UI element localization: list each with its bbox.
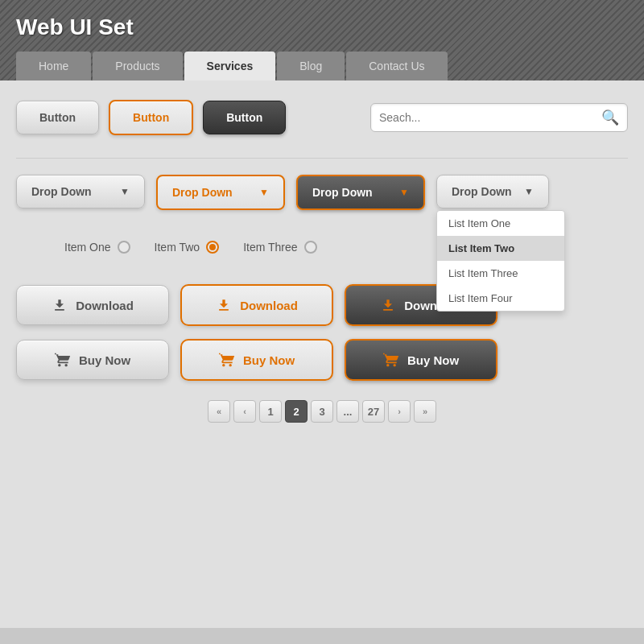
chevron-down-icon-3: ▼ bbox=[399, 187, 409, 198]
chevron-down-icon-4: ▼ bbox=[524, 186, 534, 197]
dropdown-orange[interactable]: Drop Down ▼ bbox=[156, 175, 285, 210]
nav-item-services[interactable]: Services bbox=[184, 52, 276, 80]
section-pagination: « ‹ 1 2 3 ... 27 › » bbox=[16, 400, 628, 423]
button-default[interactable]: Button bbox=[16, 101, 99, 134]
main-content: Button Button Button 🔍 Drop Down ▼ Drop … bbox=[0, 80, 644, 628]
buy-button-dark[interactable]: Buy Now bbox=[345, 339, 497, 381]
cart-icon-orange bbox=[219, 352, 235, 368]
pagination-prev[interactable]: ‹ bbox=[233, 400, 256, 423]
header: Web UI Set Home Products Services Blog C… bbox=[0, 0, 644, 80]
pagination-next[interactable]: › bbox=[388, 400, 411, 423]
pagination-page-27[interactable]: 27 bbox=[362, 400, 385, 423]
radio-label-one: Item One bbox=[64, 241, 111, 254]
download-label-orange: Download bbox=[240, 299, 298, 312]
button-dark[interactable]: Button bbox=[203, 101, 286, 134]
section-buy: Buy Now Buy Now Buy Now bbox=[16, 339, 628, 381]
pagination-page-2[interactable]: 2 bbox=[285, 400, 308, 423]
dropdown-menu-item-4[interactable]: List Item Four bbox=[437, 286, 564, 311]
download-label-default: Download bbox=[76, 299, 134, 312]
pagination-page-1[interactable]: 1 bbox=[259, 400, 282, 423]
nav-item-home[interactable]: Home bbox=[16, 52, 91, 80]
chevron-down-icon: ▼ bbox=[120, 186, 130, 197]
nav-item-blog[interactable]: Blog bbox=[277, 52, 345, 80]
search-input[interactable] bbox=[379, 111, 601, 124]
page-title: Web UI Set bbox=[16, 14, 628, 40]
pagination-last[interactable]: » bbox=[414, 400, 436, 423]
cart-icon-dark bbox=[383, 352, 399, 368]
dropdown-default-label: Drop Down bbox=[31, 185, 92, 198]
radio-item-two[interactable]: Item Two bbox=[155, 241, 220, 254]
radio-circle-two bbox=[206, 241, 219, 254]
search-container: 🔍 bbox=[370, 103, 628, 132]
dropdown-menu-item-3[interactable]: List Item Three bbox=[437, 261, 564, 286]
dropdown-plain-label: Drop Down bbox=[452, 185, 512, 198]
download-button-orange[interactable]: Download bbox=[180, 284, 333, 326]
buy-button-orange[interactable]: Buy Now bbox=[180, 339, 333, 381]
buy-label-default: Buy Now bbox=[79, 353, 130, 367]
pagination-first[interactable]: « bbox=[208, 400, 230, 423]
buy-label-dark: Buy Now bbox=[407, 353, 459, 367]
dropdown-dark[interactable]: Drop Down ▼ bbox=[296, 175, 425, 210]
radio-label-three: Item Three bbox=[243, 241, 297, 254]
chevron-down-icon-2: ▼ bbox=[259, 187, 269, 198]
button-orange[interactable]: Button bbox=[109, 100, 193, 135]
radio-label-two: Item Two bbox=[155, 241, 200, 254]
pagination-ellipsis: ... bbox=[336, 400, 359, 423]
pagination-page-3[interactable]: 3 bbox=[311, 400, 333, 423]
download-icon-default bbox=[52, 297, 68, 313]
nav-item-contact[interactable]: Contact Us bbox=[346, 52, 447, 80]
dropdown-menu-item-1[interactable]: List Item One bbox=[437, 211, 564, 236]
section-dropdowns: Drop Down ▼ Drop Down ▼ Drop Down ▼ Drop… bbox=[16, 175, 628, 210]
dropdown-plain[interactable]: Drop Down ▼ bbox=[436, 175, 549, 208]
dropdown-menu: List Item One List Item Two List Item Th… bbox=[436, 210, 565, 312]
dropdown-menu-wrap: Drop Down ▼ List Item One List Item Two … bbox=[436, 175, 549, 208]
nav-item-products[interactable]: Products bbox=[93, 52, 182, 80]
search-icon[interactable]: 🔍 bbox=[601, 109, 619, 126]
dropdown-default[interactable]: Drop Down ▼ bbox=[16, 175, 145, 208]
divider-1 bbox=[16, 158, 628, 159]
radio-circle-three bbox=[304, 241, 317, 254]
dropdown-dark-label: Drop Down bbox=[312, 186, 373, 199]
download-icon-orange bbox=[216, 297, 232, 313]
dropdown-orange-label: Drop Down bbox=[172, 186, 233, 199]
buy-button-default[interactable]: Buy Now bbox=[16, 340, 169, 380]
radio-circle-one bbox=[118, 241, 130, 254]
section-buttons: Button Button Button 🔍 bbox=[16, 100, 628, 135]
radio-item-three[interactable]: Item Three bbox=[243, 241, 316, 254]
nav-bar: Home Products Services Blog Contact Us bbox=[16, 52, 628, 80]
radio-item-one[interactable]: Item One bbox=[64, 241, 130, 254]
download-icon-dark bbox=[380, 297, 396, 313]
buy-label-orange: Buy Now bbox=[243, 353, 295, 367]
cart-icon-default bbox=[55, 352, 71, 368]
dropdown-menu-item-2[interactable]: List Item Two bbox=[437, 236, 564, 261]
download-button-default[interactable]: Download bbox=[16, 285, 169, 325]
